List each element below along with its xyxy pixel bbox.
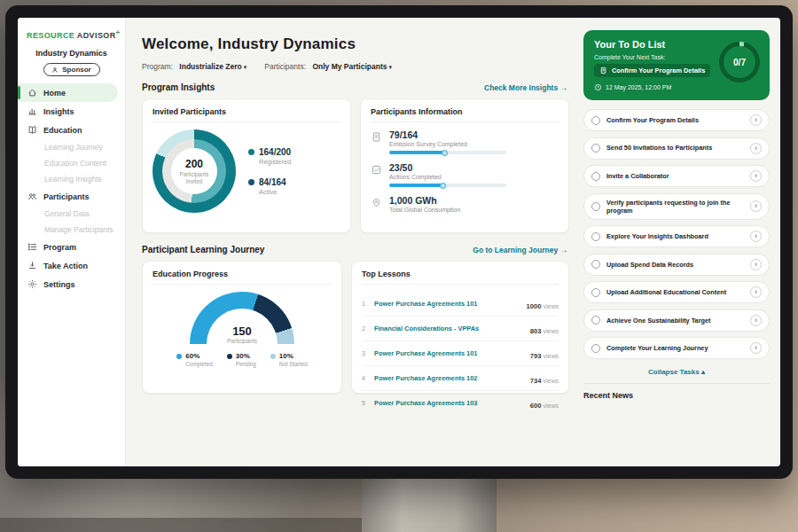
program-filter-label: Program:: [142, 62, 173, 71]
sidebar-item-manage-participants[interactable]: Manage Participants: [18, 222, 125, 238]
legend-item: 164/200 Registered: [248, 147, 291, 166]
lesson-views-label: views: [543, 303, 559, 309]
donut-legend: 164/200 Registered 84/164 Active: [248, 147, 291, 196]
check-more-insights-link[interactable]: Check More Insights →: [484, 83, 567, 92]
sidebar-item-home[interactable]: Home: [18, 83, 118, 102]
lesson-link[interactable]: Power Purchase Agreements 101: [374, 349, 524, 357]
legend-item: 10% Not Started: [270, 352, 308, 367]
lesson-row: 5 Power Purchase Agreements 103 600views: [362, 391, 559, 415]
lesson-rank: 5: [362, 400, 368, 406]
lesson-link[interactable]: Power Purchase Agreements 102: [374, 374, 524, 382]
chevron-right-icon[interactable]: ›: [750, 114, 762, 126]
task-checkbox[interactable]: [591, 144, 600, 153]
monitor-stand: [362, 477, 497, 532]
collapse-tasks-link[interactable]: Collapse Tasks ▴: [583, 368, 770, 376]
todo-summary-card: Your To Do List Complete Your Next Task:…: [583, 30, 770, 100]
lesson-views: 1000: [527, 302, 542, 310]
chevron-right-icon[interactable]: ›: [750, 231, 762, 242]
sponsor-badge-label: Sponsor: [62, 66, 90, 74]
chevron-down-icon[interactable]: ▾: [388, 64, 392, 70]
chevron-right-icon[interactable]: ›: [750, 200, 762, 212]
learning-cards-row: Education Progress 150 Participants 60% …: [142, 261, 569, 394]
task-item[interactable]: Upload Spend Data Records ›: [583, 254, 770, 276]
task-checkbox[interactable]: [591, 172, 600, 181]
sidebar-item-take-action[interactable]: Take Action: [18, 256, 125, 275]
task-item[interactable]: Upload Additional Educational Content ›: [583, 281, 770, 303]
chevron-right-icon[interactable]: ›: [750, 315, 762, 326]
nav-label: Participants: [43, 192, 90, 201]
sidebar-nav: Home Insights Education Learning Journey…: [18, 83, 125, 293]
chevron-right-icon[interactable]: ›: [750, 143, 762, 154]
task-item[interactable]: Confirm Your Program Details ›: [583, 109, 770, 131]
desk-shadow: [0, 518, 381, 532]
sidebar-item-insights[interactable]: Insights: [18, 102, 125, 121]
task-item[interactable]: Invite a Collaborator ›: [583, 165, 770, 187]
todo-progress-value: 0/7: [719, 42, 760, 82]
chevron-right-icon[interactable]: ›: [750, 170, 762, 182]
home-icon: [27, 88, 37, 98]
lesson-views: 793: [530, 352, 542, 360]
task-label: Explore Your Insights Dashboard: [606, 232, 744, 240]
lesson-views-label: views: [543, 378, 559, 384]
task-item[interactable]: Explore Your Insights Dashboard ›: [583, 225, 770, 247]
task-checkbox[interactable]: [591, 232, 600, 241]
due-date-text: 12 May 2025, 12:00 PM: [606, 84, 671, 90]
chevron-right-icon[interactable]: ›: [750, 286, 762, 298]
invited-participants-card: Invited Participants 200 Participants In…: [142, 98, 351, 233]
stat-row: 1,000 GWh Total Global Consumption: [371, 195, 559, 213]
task-checkbox[interactable]: [591, 116, 600, 125]
checklist-icon: [371, 163, 382, 175]
legend-label: Registered: [259, 158, 291, 166]
stat-value: 79/164: [389, 129, 506, 140]
card-title: Top Lessons: [362, 270, 559, 285]
program-insights-header: Program Insights Check More Insights →: [142, 82, 567, 92]
task-checkbox[interactable]: [591, 202, 600, 211]
sponsor-badge[interactable]: Sponsor: [43, 63, 100, 76]
legend-dot: [248, 179, 254, 185]
next-task-pill[interactable]: Confirm Your Program Details: [594, 64, 710, 77]
chevron-right-icon[interactable]: ›: [750, 342, 762, 354]
program-filter-value[interactable]: Industrialize Zero: [179, 62, 241, 71]
task-checkbox[interactable]: [591, 316, 600, 325]
go-to-learning-journey-link[interactable]: Go to Learning Journey →: [473, 246, 567, 254]
task-checkbox[interactable]: [591, 344, 600, 353]
lesson-link[interactable]: Financial Considerations - VPPAs: [374, 325, 524, 332]
stat-row: 79/164 Emission Survey Completed: [371, 129, 559, 154]
task-checkbox[interactable]: [591, 288, 600, 297]
org-name: Industry Dynamics: [18, 49, 125, 58]
task-label: Confirm Your Program Details: [606, 116, 744, 124]
task-checkbox[interactable]: [591, 260, 600, 269]
lesson-views: 803: [530, 327, 542, 335]
sidebar-item-education[interactable]: Education: [18, 121, 125, 139]
sidebar-item-learning-insights[interactable]: Learning Insights: [18, 171, 125, 187]
sidebar-item-learning-journey[interactable]: Learning Journey: [18, 139, 125, 155]
task-item[interactable]: Achieve One Sustainability Target ›: [583, 309, 770, 332]
sidebar-item-settings[interactable]: Settings: [18, 275, 125, 293]
program-filter: Program: Industrialize Zero▾: [142, 62, 246, 71]
task-label: Invite a Collaborator: [606, 172, 744, 180]
task-item[interactable]: Complete Your Learning Journey ›: [583, 337, 770, 359]
card-title: Education Progress: [153, 270, 332, 285]
sidebar-item-participants[interactable]: Participants: [18, 187, 125, 206]
app-logo: RESOURCE ADVISOR+: [18, 27, 125, 40]
lesson-views-label: views: [543, 328, 559, 334]
legend-dot: [227, 354, 232, 359]
chevron-right-icon[interactable]: ›: [750, 259, 762, 270]
task-item[interactable]: Send 50 Invitations to Participants ›: [583, 137, 770, 160]
sidebar-item-general-data[interactable]: General Data: [18, 206, 125, 222]
task-item[interactable]: Verify participants requesting to join t…: [583, 193, 770, 220]
sidebar-item-program[interactable]: Program: [18, 238, 125, 256]
legend-label: Active: [259, 188, 291, 196]
nav-label: Program: [43, 243, 76, 252]
legend-value: 164/200: [259, 147, 291, 157]
lesson-link[interactable]: Power Purchase Agreements 101: [374, 300, 520, 308]
sidebar-item-education-content[interactable]: Education Content: [18, 155, 125, 171]
lesson-link[interactable]: Power Purchase Agreements 103: [374, 399, 524, 407]
education-progress-card: Education Progress 150 Participants 60% …: [142, 261, 342, 394]
chevron-down-icon[interactable]: ▾: [244, 64, 247, 70]
task-label: Verify participants requesting to join t…: [606, 199, 744, 215]
legend-dot: [176, 354, 182, 359]
legend-value: 30%: [236, 352, 256, 360]
logo-secondary: ADVISOR: [77, 31, 116, 40]
participants-filter-value[interactable]: Only My Participants: [312, 62, 387, 71]
